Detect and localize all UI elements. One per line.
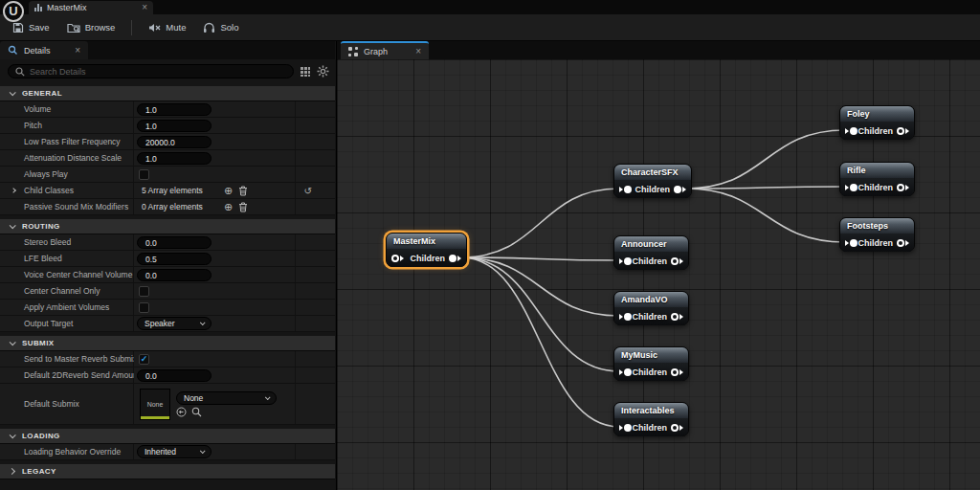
input-pin[interactable] (624, 424, 632, 432)
section-loading[interactable]: LOADING (0, 429, 335, 444)
node-header[interactable]: MasterMix (387, 234, 466, 249)
settings-gear-icon[interactable] (317, 65, 329, 78)
passive-mix-count: 0 Array elements (142, 202, 218, 212)
lfe-bleed-field[interactable]: 0.5 (137, 253, 212, 265)
child-classes-count: 5 Array elements (142, 186, 218, 195)
input-pin-arrow (845, 128, 849, 134)
node-header[interactable]: Announcer (614, 236, 688, 252)
attenuation-field[interactable]: 1.0 (137, 152, 212, 165)
graph-node-charactersfx[interactable]: CharacterSFXChildren (613, 164, 692, 198)
sound-class-editor-window: U MasterMix × Save Browse Mute Solo (0, 0, 980, 490)
use-selected-asset-icon[interactable] (176, 407, 187, 417)
row-stereo-bleed: Stereo Bleed 0.0 (0, 234, 335, 251)
graph-node-foley[interactable]: FoleyChildren (839, 105, 915, 140)
close-icon[interactable]: × (75, 46, 80, 56)
section-submix[interactable]: SUBMIX (0, 336, 335, 351)
graph-node-rifle[interactable]: RifleChildren (839, 162, 915, 196)
input-pin[interactable] (850, 127, 858, 135)
asset-tab-label: MasterMix (47, 3, 137, 12)
input-pin[interactable] (624, 368, 632, 376)
search-row (0, 59, 335, 82)
input-pin[interactable] (850, 184, 858, 191)
search-input[interactable] (30, 67, 286, 77)
node-body: Children (614, 180, 691, 198)
close-icon[interactable]: × (142, 3, 147, 12)
section-legacy[interactable]: LEGACY (0, 464, 335, 479)
input-pin[interactable] (391, 255, 399, 262)
graph-node-amandavo[interactable]: AmandaVOChildren (613, 291, 689, 325)
graph-node-interactables[interactable]: InteractablesChildren (613, 402, 689, 436)
asset-type-color-bar (141, 416, 169, 419)
output-pin[interactable] (671, 424, 679, 432)
output-pin[interactable] (674, 186, 681, 193)
node-header[interactable]: Rifle (840, 163, 914, 178)
display-filter-icon[interactable] (300, 66, 311, 78)
reverb-send-amount-field[interactable]: 0.0 (137, 369, 212, 382)
mute-button[interactable]: Mute (140, 14, 194, 40)
children-pin-label: Children (632, 368, 667, 377)
volume-field[interactable]: 1.0 (137, 103, 212, 116)
output-pin[interactable] (671, 368, 679, 376)
children-pin-label: Children (632, 423, 667, 433)
stereo-bleed-field[interactable]: 0.0 (137, 236, 212, 249)
search-box[interactable] (8, 64, 294, 78)
add-element-icon[interactable]: ⊕ (224, 202, 233, 212)
details-tab-label: Details (24, 46, 69, 56)
output-pin[interactable] (671, 257, 679, 265)
children-pin-label: Children (632, 312, 667, 322)
apply-ambient-volumes-checkbox[interactable]: ✓ (139, 302, 149, 313)
section-routing[interactable]: ROUTING (0, 219, 335, 234)
output-target-dropdown[interactable]: Speaker (137, 317, 212, 330)
node-header[interactable]: Interactables (614, 403, 688, 418)
node-header[interactable]: Foley (840, 106, 914, 122)
node-header[interactable]: CharacterSFX (614, 165, 691, 180)
children-pin-label: Children (858, 238, 893, 248)
output-pin-arrow (905, 185, 909, 190)
default-submix-dropdown[interactable]: None (176, 391, 277, 405)
voice-center-volume-field[interactable]: 0.0 (137, 269, 212, 281)
graph-node-footsteps[interactable]: FootstepsChildren (839, 217, 915, 252)
chevron-down-icon (10, 89, 16, 96)
children-pin-label: Children (858, 126, 893, 136)
node-title: AmandaVO (614, 295, 668, 304)
output-pin[interactable] (897, 239, 904, 247)
node-header[interactable]: AmandaVO (614, 292, 688, 307)
input-pin[interactable] (624, 257, 632, 265)
graph-node-announcer[interactable]: AnnouncerChildren (613, 235, 689, 270)
lpf-field[interactable]: 20000.0 (137, 136, 212, 148)
browse-button[interactable]: Browse (58, 14, 124, 40)
send-master-reverb-checkbox[interactable]: ✓ (139, 354, 149, 365)
asset-tab-mastermix[interactable]: MasterMix × (29, 1, 153, 14)
input-pin[interactable] (850, 239, 858, 247)
input-pin-arrow (845, 240, 849, 246)
tab-graph[interactable]: Graph × (341, 41, 429, 59)
node-header[interactable]: MyMusic (614, 347, 688, 363)
input-pin[interactable] (624, 186, 632, 193)
graph-node-mastermix[interactable]: MasterMixChildren (386, 233, 467, 267)
browse-to-asset-icon[interactable] (191, 407, 202, 417)
unreal-logo-icon[interactable]: U (3, 1, 24, 22)
pitch-field[interactable]: 1.0 (137, 120, 212, 132)
graph-canvas[interactable]: MasterMixChildrenCharacterSFXChildrenAnn… (336, 59, 980, 490)
row-output-target: Output Target Speaker (0, 316, 335, 332)
clear-array-icon[interactable] (238, 202, 248, 212)
close-icon[interactable]: × (415, 47, 421, 56)
output-pin[interactable] (897, 127, 904, 135)
center-channel-only-checkbox[interactable]: ✓ (139, 286, 149, 297)
section-general[interactable]: GENERAL (0, 86, 335, 101)
solo-button[interactable]: Solo (194, 14, 247, 40)
reset-to-default-icon[interactable]: ↺ (304, 186, 312, 196)
output-pin[interactable] (671, 313, 679, 321)
clear-array-icon[interactable] (238, 186, 248, 196)
output-pin[interactable] (897, 184, 904, 191)
node-header[interactable]: Footsteps (840, 218, 914, 234)
tab-details[interactable]: Details × (0, 41, 88, 59)
add-element-icon[interactable]: ⊕ (224, 186, 233, 196)
always-play-checkbox[interactable]: ✓ (139, 169, 149, 180)
input-pin[interactable] (624, 313, 632, 321)
input-pin-arrow (619, 187, 623, 192)
output-pin[interactable] (449, 255, 457, 262)
loading-behavior-dropdown[interactable]: Inherited (137, 445, 212, 458)
graph-node-mymusic[interactable]: MyMusicChildren (613, 346, 689, 381)
submix-asset-thumbnail[interactable]: None (140, 389, 170, 420)
